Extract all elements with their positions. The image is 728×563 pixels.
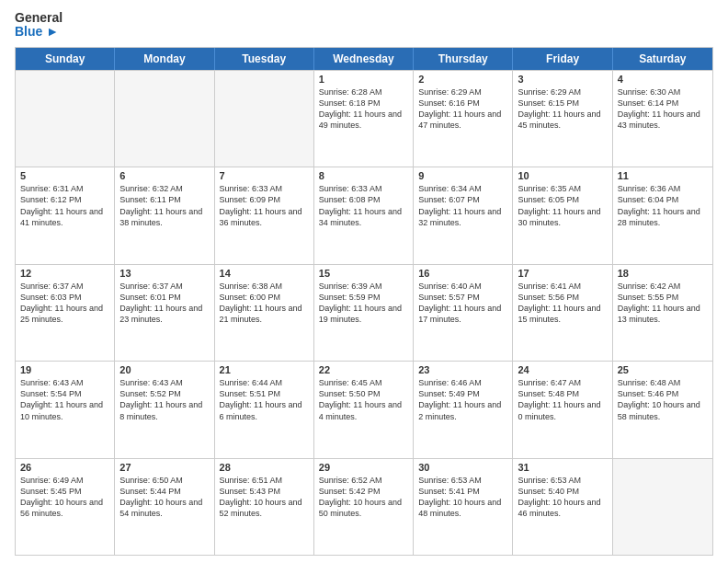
day-number: 9 (418, 170, 507, 181)
calendar-row-5: 26Sunrise: 6:49 AM Sunset: 5:45 PM Dayli… (16, 458, 712, 555)
calendar: SundayMondayTuesdayWednesdayThursdayFrid… (15, 47, 713, 556)
cal-cell: 25Sunrise: 6:48 AM Sunset: 5:46 PM Dayli… (613, 362, 712, 457)
day-number: 29 (319, 462, 408, 473)
day-number: 4 (618, 74, 708, 85)
calendar-row-3: 12Sunrise: 6:37 AM Sunset: 6:03 PM Dayli… (16, 264, 712, 361)
cal-cell: 5Sunrise: 6:31 AM Sunset: 6:12 PM Daylig… (16, 167, 115, 263)
cell-info: Sunrise: 6:48 AM Sunset: 5:46 PM Dayligh… (618, 377, 708, 422)
day-number: 13 (119, 268, 209, 279)
cal-cell: 28Sunrise: 6:51 AM Sunset: 5:43 PM Dayli… (215, 459, 314, 555)
day-number: 15 (319, 268, 408, 279)
header-day-tuesday: Tuesday (215, 48, 314, 70)
header-day-thursday: Thursday (414, 48, 513, 70)
cal-cell: 15Sunrise: 6:39 AM Sunset: 5:59 PM Dayli… (314, 265, 414, 361)
cal-cell: 1Sunrise: 6:28 AM Sunset: 6:18 PM Daylig… (314, 71, 414, 167)
cal-cell: 2Sunrise: 6:29 AM Sunset: 6:16 PM Daylig… (414, 71, 513, 167)
day-number: 12 (20, 268, 109, 279)
cell-info: Sunrise: 6:29 AM Sunset: 6:15 PM Dayligh… (518, 86, 607, 132)
cal-cell (16, 71, 115, 167)
cell-info: Sunrise: 6:53 AM Sunset: 5:40 PM Dayligh… (518, 475, 607, 520)
day-number: 1 (319, 74, 408, 85)
day-number: 20 (119, 364, 209, 375)
cal-cell: 12Sunrise: 6:37 AM Sunset: 6:03 PM Dayli… (16, 265, 115, 361)
cal-cell: 11Sunrise: 6:36 AM Sunset: 6:04 PM Dayli… (613, 167, 712, 263)
cal-cell: 18Sunrise: 6:42 AM Sunset: 5:55 PM Dayli… (613, 265, 712, 361)
cal-cell: 10Sunrise: 6:35 AM Sunset: 6:05 PM Dayli… (513, 167, 612, 263)
calendar-header: SundayMondayTuesdayWednesdayThursdayFrid… (16, 48, 712, 70)
cal-cell: 27Sunrise: 6:50 AM Sunset: 5:44 PM Dayli… (115, 459, 214, 555)
cell-info: Sunrise: 6:42 AM Sunset: 5:55 PM Dayligh… (618, 281, 708, 326)
day-number: 23 (418, 364, 507, 375)
day-number: 26 (20, 462, 109, 473)
logo: General Blue ► (15, 11, 63, 40)
header-day-wednesday: Wednesday (314, 48, 414, 70)
cell-info: Sunrise: 6:44 AM Sunset: 5:51 PM Dayligh… (220, 377, 309, 422)
cal-cell: 8Sunrise: 6:33 AM Sunset: 6:08 PM Daylig… (314, 167, 414, 263)
cell-info: Sunrise: 6:29 AM Sunset: 6:16 PM Dayligh… (418, 86, 507, 132)
cell-info: Sunrise: 6:53 AM Sunset: 5:41 PM Dayligh… (418, 475, 507, 520)
day-number: 19 (20, 364, 109, 375)
day-number: 5 (20, 170, 109, 181)
cal-cell: 14Sunrise: 6:38 AM Sunset: 6:00 PM Dayli… (215, 265, 314, 361)
cell-info: Sunrise: 6:33 AM Sunset: 6:08 PM Dayligh… (319, 183, 408, 228)
calendar-body: 1Sunrise: 6:28 AM Sunset: 6:18 PM Daylig… (16, 70, 712, 555)
cell-info: Sunrise: 6:49 AM Sunset: 5:45 PM Dayligh… (20, 475, 109, 520)
page-header: General Blue ► (15, 11, 713, 40)
day-number: 3 (518, 74, 607, 85)
cell-info: Sunrise: 6:28 AM Sunset: 6:18 PM Dayligh… (319, 86, 408, 132)
calendar-row-4: 19Sunrise: 6:43 AM Sunset: 5:54 PM Dayli… (16, 361, 712, 457)
header-day-monday: Monday (115, 48, 214, 70)
cal-cell: 3Sunrise: 6:29 AM Sunset: 6:15 PM Daylig… (513, 71, 612, 167)
cal-cell: 23Sunrise: 6:46 AM Sunset: 5:49 PM Dayli… (414, 362, 513, 457)
cal-cell: 19Sunrise: 6:43 AM Sunset: 5:54 PM Dayli… (16, 362, 115, 457)
cell-info: Sunrise: 6:36 AM Sunset: 6:04 PM Dayligh… (618, 183, 708, 228)
cell-info: Sunrise: 6:31 AM Sunset: 6:12 PM Dayligh… (20, 183, 109, 228)
cell-info: Sunrise: 6:34 AM Sunset: 6:07 PM Dayligh… (418, 183, 507, 228)
cell-info: Sunrise: 6:50 AM Sunset: 5:44 PM Dayligh… (119, 475, 209, 520)
day-number: 2 (418, 74, 507, 85)
cal-cell: 21Sunrise: 6:44 AM Sunset: 5:51 PM Dayli… (215, 362, 314, 457)
header-day-saturday: Saturday (613, 48, 712, 70)
cal-cell (215, 71, 314, 167)
day-number: 22 (319, 364, 408, 375)
cell-info: Sunrise: 6:33 AM Sunset: 6:09 PM Dayligh… (220, 183, 309, 228)
cal-cell: 17Sunrise: 6:41 AM Sunset: 5:56 PM Dayli… (513, 265, 612, 361)
day-number: 24 (518, 364, 607, 375)
day-number: 21 (220, 364, 309, 375)
cal-cell: 26Sunrise: 6:49 AM Sunset: 5:45 PM Dayli… (16, 459, 115, 555)
logo-general: General (15, 11, 63, 25)
calendar-row-1: 1Sunrise: 6:28 AM Sunset: 6:18 PM Daylig… (16, 70, 712, 167)
day-number: 16 (418, 268, 507, 279)
cell-info: Sunrise: 6:37 AM Sunset: 6:03 PM Dayligh… (20, 281, 109, 326)
day-number: 18 (618, 268, 708, 279)
cell-info: Sunrise: 6:43 AM Sunset: 5:52 PM Dayligh… (119, 377, 209, 422)
cal-cell (613, 459, 712, 555)
cal-cell: 6Sunrise: 6:32 AM Sunset: 6:11 PM Daylig… (115, 167, 214, 263)
day-number: 6 (119, 170, 209, 181)
cal-cell: 30Sunrise: 6:53 AM Sunset: 5:41 PM Dayli… (414, 459, 513, 555)
cal-cell: 22Sunrise: 6:45 AM Sunset: 5:50 PM Dayli… (314, 362, 414, 457)
cell-info: Sunrise: 6:37 AM Sunset: 6:01 PM Dayligh… (119, 281, 209, 326)
page-container: General Blue ► SundayMondayTuesdayWednes… (0, 0, 728, 563)
cell-info: Sunrise: 6:46 AM Sunset: 5:49 PM Dayligh… (418, 377, 507, 422)
cal-cell: 7Sunrise: 6:33 AM Sunset: 6:09 PM Daylig… (215, 167, 314, 263)
cal-cell (115, 71, 214, 167)
cell-info: Sunrise: 6:38 AM Sunset: 6:00 PM Dayligh… (220, 281, 309, 326)
cal-cell: 20Sunrise: 6:43 AM Sunset: 5:52 PM Dayli… (115, 362, 214, 457)
cell-info: Sunrise: 6:30 AM Sunset: 6:14 PM Dayligh… (618, 86, 708, 132)
cal-cell: 9Sunrise: 6:34 AM Sunset: 6:07 PM Daylig… (414, 167, 513, 263)
cal-cell: 4Sunrise: 6:30 AM Sunset: 6:14 PM Daylig… (613, 71, 712, 167)
day-number: 10 (518, 170, 607, 181)
day-number: 27 (119, 462, 209, 473)
cell-info: Sunrise: 6:39 AM Sunset: 5:59 PM Dayligh… (319, 281, 408, 326)
cell-info: Sunrise: 6:41 AM Sunset: 5:56 PM Dayligh… (518, 281, 607, 326)
header-day-friday: Friday (513, 48, 612, 70)
cal-cell: 31Sunrise: 6:53 AM Sunset: 5:40 PM Dayli… (513, 459, 612, 555)
day-number: 11 (618, 170, 708, 181)
cell-info: Sunrise: 6:35 AM Sunset: 6:05 PM Dayligh… (518, 183, 607, 228)
day-number: 30 (418, 462, 507, 473)
cal-cell: 29Sunrise: 6:52 AM Sunset: 5:42 PM Dayli… (314, 459, 414, 555)
day-number: 8 (319, 170, 408, 181)
day-number: 25 (618, 364, 708, 375)
logo-text: General Blue ► (15, 11, 63, 40)
